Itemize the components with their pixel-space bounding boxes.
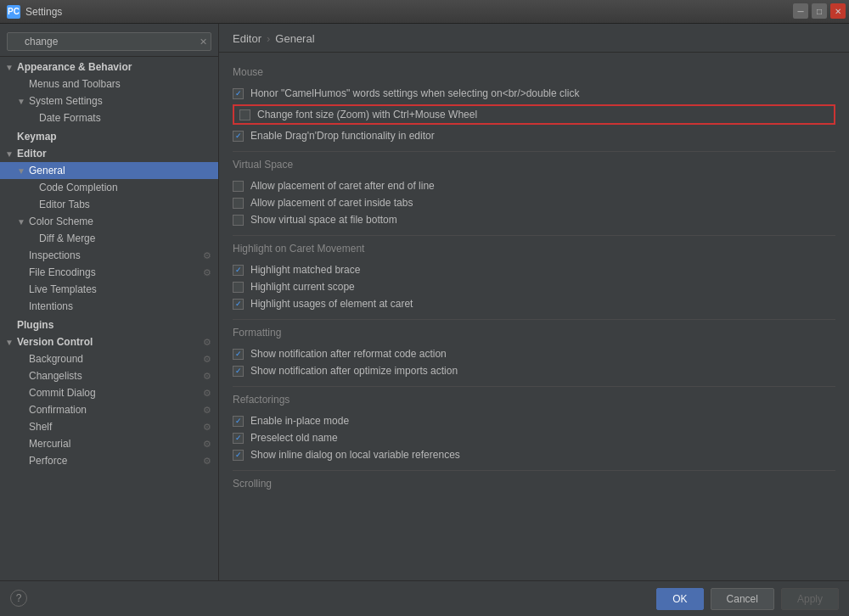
sidebar-item-appearance[interactable]: ▼ Appearance & Behavior bbox=[0, 59, 218, 76]
sidebar-item-plugins[interactable]: Plugins bbox=[0, 316, 218, 333]
gear-icon: ⚙ bbox=[203, 439, 211, 450]
sidebar-label: Plugins bbox=[17, 319, 53, 331]
option-label: Highlight usages of element at caret bbox=[250, 298, 413, 310]
sidebar-item-intentions[interactable]: Intentions bbox=[0, 298, 218, 315]
section-divider bbox=[233, 319, 835, 320]
option-show-virtual-space: Show virtual space at file bottom bbox=[233, 211, 835, 228]
sidebar-item-live-templates[interactable]: Live Templates bbox=[0, 281, 218, 298]
option-label: Allow placement of caret after end of li… bbox=[250, 180, 435, 192]
sidebar-item-version-control[interactable]: ▼ Version Control ⚙ bbox=[0, 333, 218, 350]
checkbox-show-notification-reformat[interactable] bbox=[233, 349, 244, 360]
checkbox-highlight-current-scope[interactable] bbox=[233, 282, 244, 293]
checkbox-highlight-matched-brace[interactable] bbox=[233, 265, 244, 276]
option-show-inline-dialog: Show inline dialog on local variable ref… bbox=[233, 446, 835, 463]
tree-item-appearance: ▼ Appearance & Behavior Menus and Toolba… bbox=[0, 57, 218, 128]
sidebar-item-general[interactable]: ▼ General bbox=[0, 162, 218, 179]
toggle-icon: ▼ bbox=[5, 149, 15, 159]
section-divider bbox=[233, 151, 835, 152]
sidebar-item-changelists[interactable]: Changelists ⚙ bbox=[0, 367, 218, 384]
sidebar-label: Changelists bbox=[29, 370, 82, 382]
sidebar-item-shelf[interactable]: Shelf ⚙ bbox=[0, 418, 218, 435]
sidebar-item-inspections[interactable]: Inspections ⚙ bbox=[0, 247, 218, 264]
gear-icon: ⚙ bbox=[203, 388, 211, 399]
sidebar-item-menus-toolbars[interactable]: Menus and Toolbars bbox=[0, 76, 218, 92]
sidebar: 🔍 ✕ ▼ Appearance & Behavior Menus and To… bbox=[0, 24, 219, 580]
checkbox-placement-inside-tabs[interactable] bbox=[233, 198, 244, 209]
gear-icon: ⚙ bbox=[203, 267, 211, 278]
option-label: Allow placement of caret inside tabs bbox=[250, 197, 413, 209]
sidebar-item-color-scheme[interactable]: ▼ Color Scheme bbox=[0, 213, 218, 230]
apply-button[interactable]: Apply bbox=[781, 588, 839, 610]
sidebar-item-diff-merge[interactable]: Diff & Merge bbox=[0, 230, 218, 247]
checkbox-preselect-old-name[interactable] bbox=[233, 433, 244, 444]
maximize-button[interactable]: □ bbox=[812, 3, 827, 19]
gear-icon: ⚙ bbox=[203, 354, 211, 365]
sidebar-label: Appearance & Behavior bbox=[17, 61, 132, 73]
sidebar-item-background[interactable]: Background ⚙ bbox=[0, 350, 218, 367]
sidebar-label: Editor Tabs bbox=[39, 199, 90, 210]
option-label: Show virtual space at file bottom bbox=[250, 214, 397, 226]
option-honor-camelhumos: Honor "CamelHumos" words settings when s… bbox=[233, 85, 835, 102]
sidebar-label: Color Scheme bbox=[29, 216, 93, 227]
option-highlight-current-scope: Highlight current scope bbox=[233, 278, 835, 295]
bottom-bar: OK Cancel Apply bbox=[0, 580, 849, 616]
app-icon: PC bbox=[7, 5, 20, 19]
sidebar-label: Mercurial bbox=[29, 438, 70, 450]
minimize-button[interactable]: ─ bbox=[793, 3, 808, 19]
gear-icon: ⚙ bbox=[203, 371, 211, 382]
toggle-icon: ▼ bbox=[17, 217, 27, 227]
breadcrumb-current: General bbox=[275, 32, 314, 45]
checkbox-honor-camelhumos[interactable] bbox=[233, 88, 244, 99]
section-formatting-title: Formatting bbox=[233, 327, 835, 339]
sidebar-label: Keymap bbox=[17, 131, 57, 143]
ok-button[interactable]: OK bbox=[656, 588, 703, 610]
checkbox-show-inline-dialog[interactable] bbox=[233, 450, 244, 461]
option-label: Honor "CamelHumos" words settings when s… bbox=[250, 87, 579, 99]
close-button[interactable]: ✕ bbox=[830, 3, 846, 19]
content-body: Mouse Honor "CamelHumos" words settings … bbox=[219, 53, 849, 507]
checkbox-show-virtual-space[interactable] bbox=[233, 215, 244, 226]
main-container: 🔍 ✕ ▼ Appearance & Behavior Menus and To… bbox=[0, 24, 849, 580]
sidebar-item-confirmation[interactable]: Confirmation ⚙ bbox=[0, 401, 218, 418]
checkbox-change-font-size[interactable] bbox=[239, 109, 250, 120]
help-button[interactable]: ? bbox=[10, 590, 27, 607]
clear-icon[interactable]: ✕ bbox=[200, 36, 207, 48]
option-label: Show notification after optimize imports… bbox=[250, 365, 458, 377]
sidebar-label: File Encodings bbox=[29, 266, 96, 278]
sidebar-item-date-formats[interactable]: Date Formats bbox=[0, 109, 218, 126]
sidebar-item-code-completion[interactable]: Code Completion bbox=[0, 179, 218, 196]
sidebar-label: Intentions bbox=[29, 300, 73, 312]
sidebar-item-mercurial[interactable]: Mercurial ⚙ bbox=[0, 435, 218, 452]
checkbox-enable-inplace-mode[interactable] bbox=[233, 416, 244, 427]
option-enable-inplace-mode: Enable in-place mode bbox=[233, 412, 835, 429]
checkbox-highlight-usages[interactable] bbox=[233, 299, 244, 310]
section-refactorings-title: Refactorings bbox=[233, 394, 835, 406]
sidebar-item-editor-tabs[interactable]: Editor Tabs bbox=[0, 196, 218, 213]
breadcrumb-arrow: › bbox=[267, 32, 270, 45]
sidebar-label: Confirmation bbox=[29, 404, 87, 416]
option-drag-drop: Enable Drag'n'Drop functionality in edit… bbox=[233, 127, 835, 144]
checkbox-drag-drop[interactable] bbox=[233, 131, 244, 142]
option-show-notification-optimize: Show notification after optimize imports… bbox=[233, 362, 835, 379]
sidebar-label: Perforce bbox=[29, 455, 67, 467]
section-divider bbox=[233, 235, 835, 236]
search-wrap: 🔍 ✕ bbox=[7, 32, 211, 51]
option-label: Show inline dialog on local variable ref… bbox=[250, 449, 460, 461]
section-virtual-space-title: Virtual Space bbox=[233, 159, 835, 171]
toggle-icon: ▼ bbox=[17, 166, 27, 176]
option-change-font-size-row: Change font size (Zoom) with Ctrl+Mouse … bbox=[233, 104, 835, 125]
sidebar-item-editor[interactable]: ▼ Editor bbox=[0, 145, 218, 162]
checkbox-show-notification-optimize[interactable] bbox=[233, 366, 244, 377]
option-preselect-old-name: Preselect old name bbox=[233, 429, 835, 446]
checkbox-placement-after-line[interactable] bbox=[233, 181, 244, 192]
sidebar-item-perforce[interactable]: Perforce ⚙ bbox=[0, 452, 218, 469]
option-highlight-usages: Highlight usages of element at caret bbox=[233, 295, 835, 312]
sidebar-item-commit-dialog[interactable]: Commit Dialog ⚙ bbox=[0, 384, 218, 401]
sidebar-item-keymap[interactable]: Keymap bbox=[0, 128, 218, 145]
sidebar-item-file-encodings[interactable]: File Encodings ⚙ bbox=[0, 264, 218, 281]
sidebar-item-system-settings[interactable]: ▼ System Settings bbox=[0, 92, 218, 109]
section-mouse-title: Mouse bbox=[233, 66, 835, 78]
cancel-button[interactable]: Cancel bbox=[711, 588, 774, 610]
search-input[interactable] bbox=[7, 32, 211, 51]
sidebar-label: Diff & Merge bbox=[39, 232, 95, 244]
